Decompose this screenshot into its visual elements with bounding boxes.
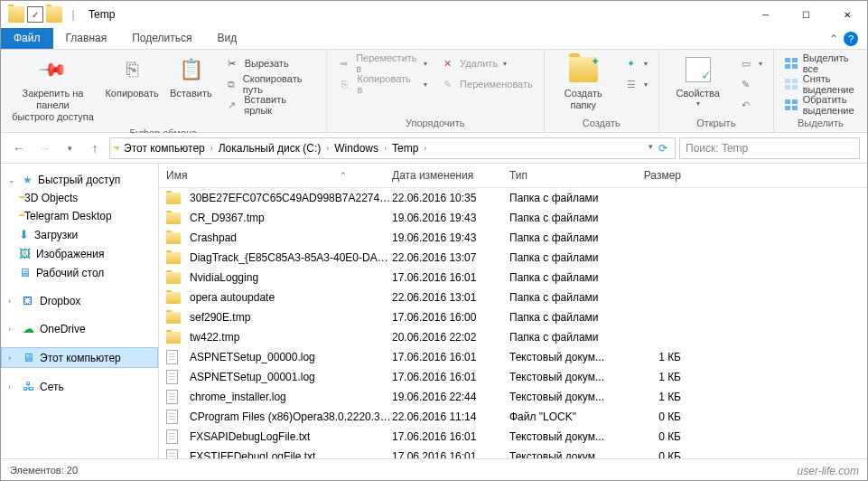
folder-icon <box>166 270 184 285</box>
addr-dropdown[interactable]: ▾ <box>649 142 653 155</box>
copyto-icon: ⎘ <box>338 77 352 91</box>
navbar: ← → ▾ ↑ › Этот компьютер › Локальный дис… <box>1 133 867 164</box>
statusbar: Элементов: 20 <box>1 458 867 480</box>
file-row[interactable]: ASPNETSetup_00000.log17.06.2016 16:01Тек… <box>159 347 867 367</box>
sidebar-item[interactable]: ⬇Загрузки <box>1 225 158 244</box>
file-row[interactable]: ASPNETSetup_00001.log17.06.2016 16:01Тек… <box>159 367 867 387</box>
breadcrumb[interactable]: Этот компьютер <box>120 142 209 155</box>
sidebar-network[interactable]: ›🖧Сеть <box>1 377 158 396</box>
shortcut-button[interactable]: ↗Вставить ярлык <box>221 95 319 115</box>
search-input[interactable]: Поиск: Temp <box>679 137 860 159</box>
tab-file[interactable]: Файл <box>1 28 53 49</box>
recent-dropdown[interactable]: ▾ <box>59 137 80 159</box>
onedrive-icon: ☁ <box>23 322 34 335</box>
file-row[interactable]: 30BE27EFC07C65C49AD998B7A227412F-S...22.… <box>159 188 867 208</box>
file-row[interactable]: FXSAPIDebugLogFile.txt17.06.2016 16:01Те… <box>159 427 867 447</box>
history-button[interactable]: ↶ <box>735 95 766 115</box>
sidebar-item[interactable]: 🖼Изображения <box>1 244 158 263</box>
chevron-right-icon[interactable]: › <box>384 144 387 153</box>
selectall-button[interactable]: Выделить все <box>781 53 860 73</box>
cut-button[interactable]: ✂Вырезать <box>221 53 319 73</box>
cut-icon: ✂ <box>225 56 239 71</box>
file-row[interactable]: tw422.tmp20.06.2016 22:02Папка с файлами <box>159 327 867 347</box>
file-row[interactable]: CR_D9367.tmp19.06.2016 19:43Папка с файл… <box>159 208 867 228</box>
file-row[interactable]: DiagTrack_{E85C85A3-85A3-40E0-DA14-...22… <box>159 248 867 268</box>
minimize-button[interactable]: ─ <box>745 2 786 28</box>
folder-icon <box>166 231 184 245</box>
newfolder-button[interactable]: Создать папку <box>552 53 615 113</box>
tab-view[interactable]: Вид <box>204 28 249 49</box>
easyaccess-button[interactable]: ☰▾ <box>621 74 651 94</box>
ribbon-collapse-icon[interactable]: ⌃ <box>829 33 838 45</box>
col-type[interactable]: Тип <box>509 169 627 182</box>
close-button[interactable]: ✕ <box>826 2 867 28</box>
qat-checkbox-icon[interactable]: ✓ <box>27 6 43 23</box>
sidebar-item[interactable]: 3D Objects <box>1 189 158 207</box>
easyaccess-icon: ☰ <box>624 77 639 91</box>
file-row[interactable]: chrome_installer.log19.06.2016 22:44Текс… <box>159 387 867 407</box>
open-button[interactable]: ▭▾ <box>735 53 766 73</box>
file-date: 20.06.2016 22:02 <box>392 331 509 344</box>
column-headers: Имя⌃ Дата изменения Тип Размер <box>159 164 867 188</box>
item-count: Элементов: 20 <box>10 465 78 476</box>
file-name: sef290E.tmp <box>190 311 392 324</box>
sidebar-item[interactable]: 🖥Рабочий стол <box>1 263 158 282</box>
col-name[interactable]: Имя⌃ <box>166 169 392 182</box>
copypath-button[interactable]: ⧉Скопировать путь <box>221 74 319 94</box>
copy-button[interactable]: ⎘ Копировать <box>103 53 161 101</box>
sidebar-quickaccess[interactable]: ⌄★Быстрый доступ <box>1 171 158 189</box>
edit-button[interactable]: ✎ <box>735 74 766 94</box>
address-bar[interactable]: › Этот компьютер › Локальный диск (C:) ›… <box>109 137 676 159</box>
chevron-right-icon[interactable]: › <box>116 144 118 153</box>
file-size: 0 КБ <box>627 450 690 458</box>
paste-button[interactable]: 📋 Вставить <box>166 53 216 101</box>
tab-home[interactable]: Главная <box>53 28 120 49</box>
up-button[interactable]: ↑ <box>84 137 106 159</box>
file-date: 17.06.2016 16:01 <box>392 351 509 363</box>
titlebar: ✓ | Temp ─ ☐ ✕ <box>1 1 867 28</box>
pin-quickaccess-button[interactable]: 📌 Закрепить на панели быстрого доступа <box>8 53 98 126</box>
sidebar-dropbox[interactable]: ›⛋Dropbox <box>1 291 158 310</box>
copy-label: Копировать <box>105 88 158 99</box>
maximize-button[interactable]: ☐ <box>786 2 826 28</box>
delete-button[interactable]: ✕Удалить <box>436 53 537 73</box>
rename-button[interactable]: ✎Переименовать <box>436 74 537 94</box>
invertsel-button[interactable]: Обратить выделение <box>781 95 860 115</box>
chevron-right-icon[interactable]: › <box>424 144 426 153</box>
file-type: Папка с файлами <box>509 331 627 344</box>
tab-share[interactable]: Поделиться <box>119 28 204 49</box>
back-button[interactable]: ← <box>8 137 30 159</box>
chevron-right-icon[interactable]: › <box>210 144 213 153</box>
sidebar-thispc[interactable]: ›🖥Этот компьютер <box>1 347 158 368</box>
file-date: 19.06.2016 19:43 <box>392 231 509 244</box>
forward-button[interactable]: → <box>33 137 55 159</box>
file-row[interactable]: FXSTIFFDebugLogFile.txt17.06.2016 16:01Т… <box>159 447 867 458</box>
file-row[interactable]: CProgram Files (x86)Opera38.0.2220.31op.… <box>159 407 867 427</box>
file-type: Файл "LOCK" <box>509 410 627 423</box>
file-name: Crashpad <box>190 231 392 244</box>
help-icon[interactable]: ? <box>844 32 858 46</box>
col-date[interactable]: Дата изменения <box>392 169 509 182</box>
selectnone-button[interactable]: Снять выделение <box>781 74 860 94</box>
file-row[interactable]: Crashpad19.06.2016 19:43Папка с файлами <box>159 228 867 248</box>
breadcrumb[interactable]: Temp <box>388 142 422 155</box>
moveto-button[interactable]: ➡Переместить в <box>334 53 431 73</box>
chevron-right-icon[interactable]: › <box>326 144 329 153</box>
refresh-button[interactable]: ⟳ <box>658 142 667 155</box>
copyto-button[interactable]: ⎘Копировать в <box>334 74 431 94</box>
qat-separator: | <box>65 6 81 23</box>
breadcrumb[interactable]: Локальный диск (C:) <box>215 142 325 155</box>
sidebar-item[interactable]: Telegram Desktop <box>1 207 158 225</box>
create-group-label: Создать <box>552 116 651 128</box>
col-size[interactable]: Размер <box>627 169 690 182</box>
file-row[interactable]: NvidiaLogging17.06.2016 16:01Папка с фай… <box>159 268 867 288</box>
file-row[interactable]: sef290E.tmp17.06.2016 16:00Папка с файла… <box>159 307 867 327</box>
sidebar-onedrive[interactable]: ›☁OneDrive <box>1 319 158 338</box>
newitem-button[interactable]: ✦▾ <box>621 53 651 73</box>
file-row[interactable]: opera autoupdate22.06.2016 13:01Папка с … <box>159 288 867 307</box>
folder-icon <box>166 290 184 305</box>
newfolder-label: Создать папку <box>565 88 602 111</box>
breadcrumb[interactable]: Windows <box>331 142 382 155</box>
network-icon: 🖧 <box>23 380 34 393</box>
properties-button[interactable]: Свойства <box>667 53 730 110</box>
